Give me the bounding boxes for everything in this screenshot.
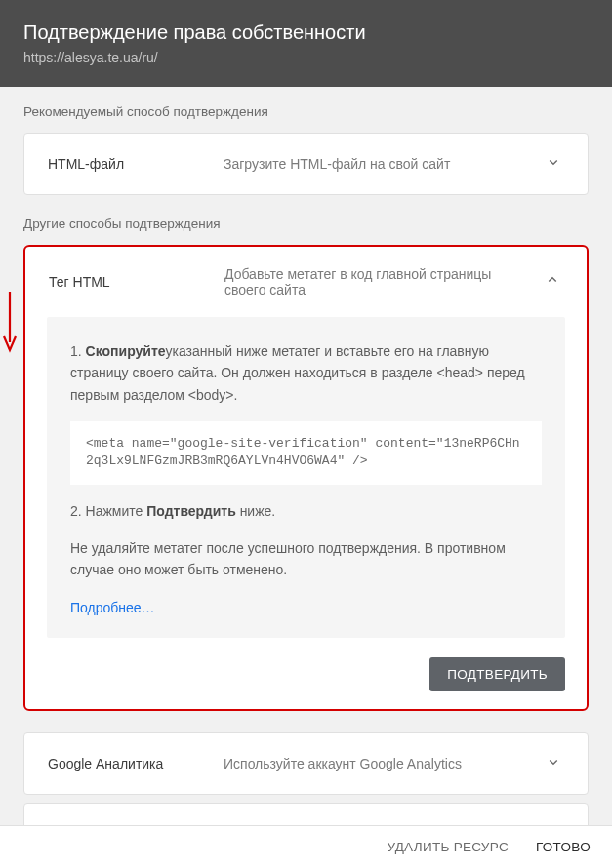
method-desc: Добавьте метатег в код главной страницы … — [224, 266, 544, 297]
method-html-tag-header[interactable]: Тег HTML Добавьте метатег в код главной … — [25, 247, 587, 317]
method-title: Тег HTML — [49, 274, 224, 290]
confirm-button[interactable]: ПОДТВЕРДИТЬ — [429, 657, 565, 691]
method-desc: Используйте аккаунт Google Analytics — [224, 756, 545, 771]
step-2: 2. Нажмите Подтвердить ниже. — [70, 500, 542, 522]
method-html-file[interactable]: HTML-файл Загрузите HTML-файл на свой са… — [23, 133, 589, 195]
method-html-tag-body: 1. Скопируйтеуказанный ниже метатег и вс… — [47, 317, 565, 638]
dialog-content: Рекомендуемый способ подтверждения HTML-… — [0, 87, 612, 868]
page-title: Подтверждение права собственности — [23, 21, 589, 44]
delete-resource-button[interactable]: УДАЛИТЬ РЕСУРС — [387, 840, 509, 854]
method-title: Google Аналитика — [48, 756, 224, 771]
learn-more-link[interactable]: Подробнее… — [70, 600, 155, 615]
chevron-down-icon — [545, 753, 564, 774]
step-1: 1. Скопируйтеуказанный ниже метатег и вс… — [70, 340, 542, 406]
confirm-row: ПОДТВЕРДИТЬ — [25, 657, 587, 709]
warning-note: Не удаляйте метатег после успешного подт… — [70, 537, 542, 581]
method-title: HTML-файл — [48, 156, 224, 172]
site-url: https://alesya.te.ua/ru/ — [23, 50, 589, 65]
other-section-label: Другие способы подтверждения — [23, 217, 589, 231]
meta-tag-code[interactable]: <meta name="google-site-verification" co… — [70, 421, 542, 484]
method-html-tag: Тег HTML Добавьте метатег в код главной … — [23, 245, 589, 711]
recommended-section-label: Рекомендуемый способ подтверждения — [23, 104, 589, 119]
annotation-arrow-icon — [2, 290, 23, 358]
method-google-analytics[interactable]: Google Аналитика Используйте аккаунт Goo… — [23, 732, 589, 795]
dialog-header: Подтверждение права собственности https:… — [0, 0, 612, 87]
done-button[interactable]: ГОТОВО — [536, 840, 591, 854]
chevron-up-icon — [544, 271, 563, 293]
dialog-footer: УДАЛИТЬ РЕСУРС ГОТОВО — [0, 825, 612, 868]
method-desc: Загрузите HTML-файл на свой сайт — [224, 156, 545, 172]
chevron-down-icon — [545, 153, 564, 175]
